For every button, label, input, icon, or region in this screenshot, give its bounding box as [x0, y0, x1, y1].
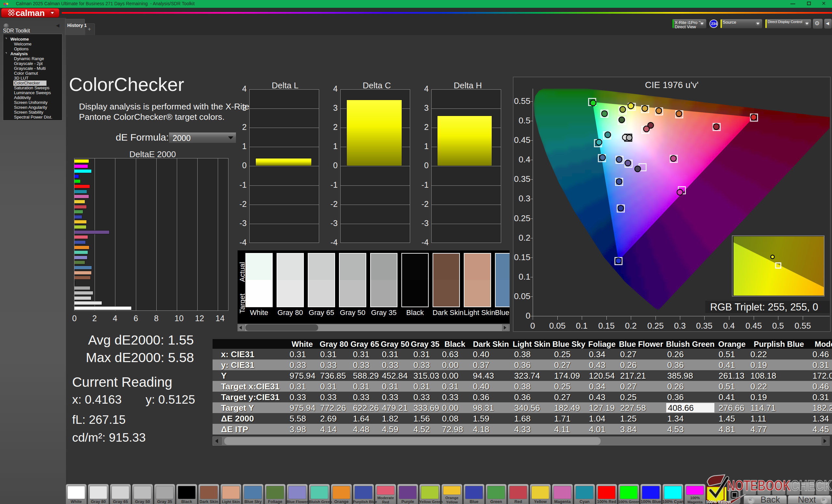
svg-text:CHECK: CHECK [791, 477, 832, 494]
svg-text:NOTEBOOK: NOTEBOOK [727, 477, 791, 494]
